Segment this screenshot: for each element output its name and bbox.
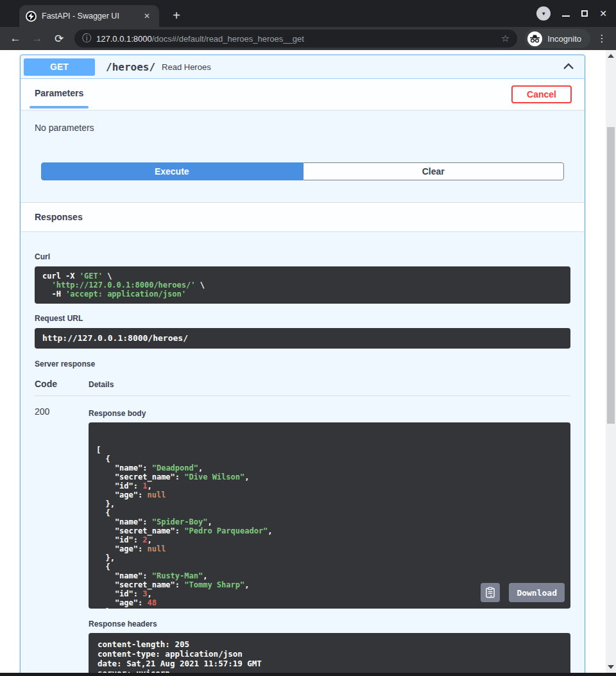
window-bottom-edge: [0, 673, 616, 676]
window-close-button[interactable]: ✕: [599, 8, 607, 19]
page-scrollbar[interactable]: [606, 50, 616, 673]
fastapi-favicon-icon: [26, 11, 37, 22]
browser-toolbar: ← → ⟳ ⓘ 127.0.0.1:8000/docs#/default/rea…: [0, 27, 616, 50]
cancel-button[interactable]: Cancel: [511, 85, 572, 103]
minimize-button[interactable]: [562, 15, 570, 17]
clear-button[interactable]: Clear: [303, 162, 565, 180]
curl-command-block: curl -X 'GET' \ 'http://127.0.0.1:8000/h…: [35, 266, 570, 304]
active-tab-underline: [30, 106, 89, 108]
download-button[interactable]: Download: [509, 583, 565, 602]
maximize-button[interactable]: [581, 10, 588, 17]
scrollbar-thumb[interactable]: [607, 127, 615, 424]
response-body-label: Response body: [89, 405, 570, 418]
browser-update-icon[interactable]: ▼: [536, 6, 551, 21]
execute-wrapper: Execute Clear: [41, 162, 564, 180]
tab-strip: FastAPI - Swagger UI ✕ + ▼ ✕: [0, 0, 616, 27]
method-badge: GET: [24, 58, 95, 76]
response-headers-label: Response headers: [89, 609, 570, 628]
no-parameters-text: No parameters: [21, 110, 585, 133]
url-text[interactable]: 127.0.0.1:8000/docs#/default/read_heroes…: [96, 34, 496, 44]
opblock-summary[interactable]: GET /heroes/ Read Heroes: [21, 55, 585, 79]
server-response-label: Server response: [35, 349, 570, 368]
responses-header: Responses: [21, 202, 585, 231]
url-path: /docs#/default/read_heroes_heroes__get: [152, 34, 304, 44]
request-url-block: http://127.0.0.1:8000/heroes/: [35, 328, 570, 349]
opblock-get-heroes: GET /heroes/ Read Heroes Parameters Canc…: [20, 55, 585, 673]
status-code: 200: [35, 405, 89, 673]
incognito-icon: [527, 31, 542, 46]
scroll-down-icon[interactable]: [608, 665, 614, 669]
responses-title: Responses: [35, 212, 83, 222]
response-row-200: 200 Response body [ { "name": "Deadpond"…: [35, 396, 570, 673]
details-column-header: Details: [89, 380, 114, 389]
response-body-block: [ { "name": "Deadpond", "secret_name": "…: [89, 422, 570, 609]
parameters-tab-label: Parameters: [35, 88, 83, 98]
collapse-chevron-icon[interactable]: [563, 61, 574, 73]
response-table-header: Code Details: [35, 368, 570, 389]
tab-title: FastAPI - Swagger UI: [42, 12, 136, 21]
swagger-page: GET /heroes/ Read Heroes Parameters Canc…: [0, 50, 616, 673]
window-controls: ▼ ✕: [536, 0, 616, 27]
response-details: Response body [ { "name": "Deadpond", "s…: [89, 405, 570, 673]
code-column-header: Code: [35, 379, 89, 389]
browser-tab[interactable]: FastAPI - Swagger UI ✕: [19, 5, 159, 27]
response-copy-button[interactable]: [481, 583, 500, 602]
reload-button[interactable]: ⟳: [50, 30, 68, 48]
url-host: 127.0.0.1:8000: [96, 34, 152, 44]
parameters-header: Parameters Cancel: [21, 79, 585, 110]
bookmark-star-icon[interactable]: ☆: [501, 33, 509, 44]
forward-button[interactable]: →: [28, 30, 46, 48]
new-tab-button[interactable]: +: [168, 8, 185, 24]
browser-window: FastAPI - Swagger UI ✕ + ▼ ✕ ← → ⟳ ⓘ 127…: [0, 0, 616, 676]
tab-parameters[interactable]: Parameters: [30, 79, 89, 110]
back-button[interactable]: ←: [6, 30, 24, 48]
execute-button[interactable]: Execute: [41, 162, 303, 180]
endpoint-path: /heroes/: [106, 61, 155, 73]
curl-label: Curl: [35, 231, 570, 261]
response-body-actions: Download: [481, 583, 565, 602]
url-bar[interactable]: ⓘ 127.0.0.1:8000/docs#/default/read_hero…: [74, 30, 517, 48]
request-url-label: Request URL: [35, 304, 570, 323]
endpoint-summary: Read Heroes: [162, 62, 211, 72]
tab-close-icon[interactable]: ✕: [141, 10, 153, 22]
site-info-icon[interactable]: ⓘ: [82, 33, 91, 44]
incognito-label: Incognito: [547, 34, 581, 44]
incognito-badge: Incognito: [525, 29, 590, 48]
browser-menu-icon[interactable]: ⋮: [594, 33, 610, 44]
scroll-up-icon[interactable]: [608, 54, 614, 58]
response-headers-block: content-length: 205content-type: applica…: [89, 633, 570, 673]
responses-body: Curl curl -X 'GET' \ 'http://127.0.0.1:8…: [21, 231, 585, 673]
